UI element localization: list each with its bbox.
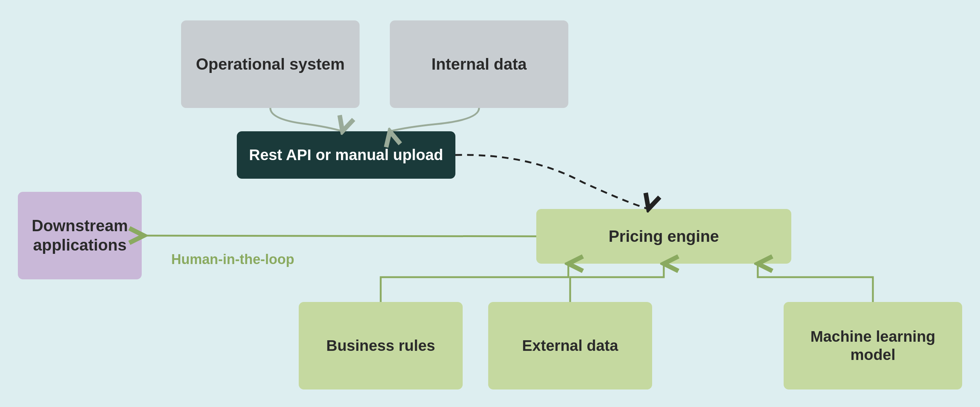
business-rules-box: Business rules xyxy=(299,302,463,389)
external-data-box: External data xyxy=(488,302,652,389)
downstream-applications-box: Downstream applications xyxy=(18,192,142,279)
downstream-applications-label: Downstream applications xyxy=(29,216,131,255)
rest-api-label: Rest API or manual upload xyxy=(249,146,443,164)
operational-system-label: Operational system xyxy=(196,55,345,74)
operational-system-box: Operational system xyxy=(181,21,360,108)
internal-data-box: Internal data xyxy=(390,21,568,108)
rest-api-box: Rest API or manual upload xyxy=(237,131,455,179)
pricing-engine-label: Pricing engine xyxy=(608,227,719,246)
machine-learning-label: Machine learning model xyxy=(795,327,951,364)
internal-data-label: Internal data xyxy=(431,55,527,74)
pricing-engine-box: Pricing engine xyxy=(536,209,791,264)
machine-learning-box: Machine learning model xyxy=(784,302,962,389)
business-rules-label: Business rules xyxy=(326,337,435,355)
external-data-label: External data xyxy=(522,337,618,355)
human-in-the-loop-label: Human-in-the-loop xyxy=(171,252,294,267)
diagram-container: Operational system Internal data Rest AP… xyxy=(0,0,980,407)
